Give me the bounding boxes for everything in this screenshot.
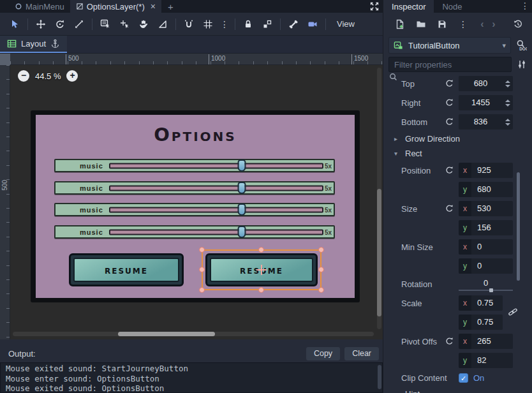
- scene-tab-mainmenu[interactable]: MainMenu: [9, 0, 70, 13]
- inspector-scrollbar[interactable]: [517, 172, 520, 281]
- grid-snap-button[interactable]: [198, 16, 218, 33]
- property-value-field[interactable]: 265: [471, 334, 513, 349]
- zoom-out-button[interactable]: −: [18, 70, 29, 82]
- save-resource-button[interactable]: [434, 17, 450, 32]
- selection-handle[interactable]: [318, 267, 324, 272]
- close-tab-icon[interactable]: ×: [151, 1, 156, 11]
- slider-track[interactable]: [109, 207, 323, 212]
- scale-tool-button[interactable]: [70, 16, 89, 33]
- resource-options-button[interactable]: ⋮: [455, 17, 471, 32]
- slider-track[interactable]: [109, 163, 323, 168]
- rotation-slider-field[interactable]: 0: [459, 276, 513, 292]
- scene-tab-optionslayer[interactable]: OptionsLayer(*) ×: [70, 0, 161, 13]
- output-log[interactable]: Mouse exited sound: StartJourneyButton M…: [0, 362, 383, 393]
- rotate-tool-button[interactable]: [50, 16, 70, 33]
- group-button[interactable]: [258, 16, 277, 33]
- zoom-level[interactable]: 44.5 %: [35, 71, 61, 81]
- selection-handle[interactable]: [199, 247, 205, 253]
- scene-title[interactable]: Options: [36, 124, 355, 145]
- music-slider-row[interactable]: music 5x: [54, 159, 335, 172]
- spinner-icon[interactable]: [504, 114, 511, 130]
- music-slider-row[interactable]: music 5x: [54, 225, 335, 239]
- revert-icon[interactable]: [445, 79, 454, 89]
- layout-button[interactable]: Layout: [0, 36, 67, 53]
- slider-handle-icon[interactable]: [237, 182, 246, 194]
- open-docs-button[interactable]: DOC: [515, 40, 527, 51]
- revert-icon[interactable]: [445, 117, 454, 127]
- snap-options-button[interactable]: ⋮: [218, 16, 232, 33]
- revert-icon[interactable]: [445, 337, 454, 346]
- add-scene-tab-button[interactable]: +: [161, 0, 180, 13]
- property-value-field[interactable]: 0: [471, 258, 513, 274]
- music-slider-row[interactable]: music 5x: [54, 203, 335, 216]
- pan-tool-button[interactable]: [134, 16, 153, 33]
- selection-handle[interactable]: [258, 287, 264, 293]
- smart-snap-button[interactable]: [179, 16, 198, 33]
- selection-handle[interactable]: [199, 287, 205, 293]
- selection-handle[interactable]: [199, 267, 205, 272]
- property-value-field[interactable]: 680: [471, 182, 513, 197]
- property-value-field[interactable]: 836: [459, 114, 513, 130]
- link-values-icon[interactable]: [508, 307, 518, 317]
- zoom-in-button[interactable]: +: [66, 70, 78, 82]
- slider-handle-icon[interactable]: [237, 204, 246, 216]
- revert-icon[interactable]: [445, 204, 454, 214]
- property-value-field[interactable]: 925: [471, 163, 513, 178]
- load-resource-button[interactable]: [413, 17, 429, 32]
- pivot-crosshair-icon[interactable]: [256, 265, 267, 275]
- property-value-field[interactable]: 530: [471, 201, 513, 216]
- copy-button[interactable]: Copy: [306, 347, 340, 360]
- spinner-icon[interactable]: [504, 95, 511, 110]
- property-value-field[interactable]: 0.75: [471, 295, 503, 311]
- log-scrollbar[interactable]: [378, 365, 381, 389]
- slider-track[interactable]: [109, 185, 323, 191]
- tab-inspector[interactable]: Inspector: [383, 0, 434, 13]
- property-value-field[interactable]: 1455: [459, 95, 513, 110]
- revert-icon[interactable]: [445, 166, 454, 175]
- selection-handle[interactable]: [258, 247, 264, 253]
- music-slider-row[interactable]: music 5x: [54, 181, 335, 195]
- history-button[interactable]: [510, 17, 526, 32]
- section-grow-direction[interactable]: ▸ Grow Direction: [383, 131, 532, 146]
- scrollbar-thumb[interactable]: [118, 332, 215, 336]
- horizontal-scrollbar[interactable]: [13, 332, 374, 336]
- history-forward-button[interactable]: ›: [488, 19, 499, 30]
- select-tool-button[interactable]: [5, 16, 24, 33]
- vertical-scrollbar[interactable]: [377, 68, 381, 329]
- skeleton-button[interactable]: [284, 16, 303, 33]
- list-select-button[interactable]: [96, 16, 115, 33]
- revert-icon[interactable]: [445, 98, 454, 108]
- viewport[interactable]: − 44.5 % + Options music 5x music: [10, 65, 383, 339]
- section-rect[interactable]: ▾ Rect: [383, 146, 532, 161]
- scrollbar-thumb[interactable]: [377, 189, 381, 316]
- pivot-tool-button[interactable]: [115, 16, 134, 33]
- clear-button[interactable]: Clear: [344, 347, 379, 360]
- distraction-free-icon[interactable]: [369, 1, 380, 11]
- history-back-button[interactable]: ‹: [477, 19, 488, 30]
- new-resource-button[interactable]: [392, 17, 408, 32]
- filter-properties-input[interactable]: [388, 57, 512, 72]
- property-value-field[interactable]: 156: [471, 220, 513, 235]
- property-value-field[interactable]: 0: [471, 239, 513, 255]
- property-value-field[interactable]: 0.75: [471, 315, 503, 330]
- dock-menu-button[interactable]: ⋮: [521, 1, 529, 11]
- node-selector-button[interactable]: TutorialButton ▾: [388, 37, 511, 54]
- property-value-field[interactable]: 82: [471, 353, 513, 368]
- slider-handle-icon[interactable]: [237, 226, 246, 238]
- section-hint[interactable]: ▸ Hint: [383, 387, 532, 393]
- camera-override-button[interactable]: [303, 16, 322, 33]
- lock-button[interactable]: [239, 16, 258, 33]
- selection-handle[interactable]: [318, 247, 324, 253]
- tab-node[interactable]: Node: [434, 0, 470, 13]
- selection-handle[interactable]: [318, 287, 324, 293]
- slider-track[interactable]: [109, 229, 323, 235]
- property-value-field[interactable]: 680: [459, 76, 513, 91]
- slider-handle-icon[interactable]: [237, 159, 246, 172]
- resume-button-left[interactable]: resume: [69, 253, 184, 286]
- spinner-icon[interactable]: [504, 76, 511, 91]
- ruler-tool-button[interactable]: [153, 16, 172, 33]
- slider-track[interactable]: [459, 290, 513, 291]
- slider-grabber[interactable]: [489, 288, 493, 292]
- move-tool-button[interactable]: [31, 16, 50, 33]
- checkbox-checked-icon[interactable]: ✓: [459, 373, 468, 383]
